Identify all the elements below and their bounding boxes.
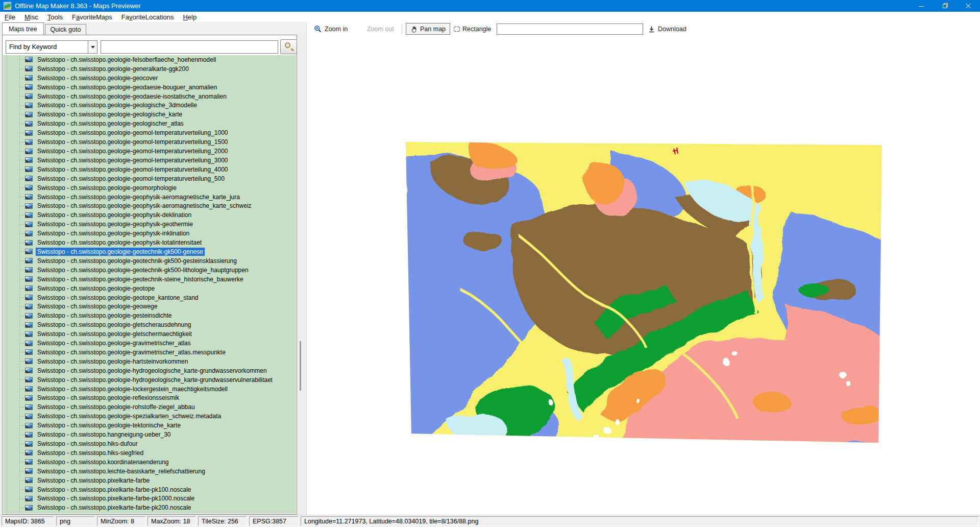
tab-maps-tree[interactable]: Maps tree [2, 22, 44, 35]
map-layer-row[interactable]: Swisstopo - ch.swisstopo.geologie-geotec… [3, 256, 296, 266]
map-layer-row[interactable]: Swisstopo - ch.swisstopo.pixelkarte-farb… [3, 476, 296, 485]
map-layer-row[interactable]: Swisstopo - ch.swisstopo.geologie-geomol… [3, 128, 296, 137]
map-layer-label: Swisstopo - ch.swisstopo.geologie-hartst… [36, 357, 189, 366]
map-layer-row[interactable]: Swisstopo - ch.swisstopo.geologie-geolog… [3, 110, 296, 119]
map-layer-row[interactable]: Swisstopo - ch.swisstopo.hiks-siegfried [3, 448, 296, 458]
map-layer-row[interactable]: Swisstopo - ch.swisstopo.geologie-geophy… [3, 202, 296, 211]
menu-item[interactable]: Help [178, 12, 201, 22]
tree-branch-line [19, 316, 25, 316]
map-layer-row[interactable]: Swisstopo - ch.swisstopo.geologie-locker… [3, 385, 296, 394]
search-button[interactable] [280, 39, 297, 54]
menu-item[interactable]: Misc [20, 12, 43, 22]
tree-scrollbar-thumb[interactable] [300, 341, 301, 391]
tree-branch-line [19, 471, 25, 471]
map-layer-row[interactable]: Swisstopo - ch.swisstopo.koordinatenaend… [3, 458, 296, 467]
map-layer-row[interactable]: Swisstopo - ch.swisstopo.geologie-genera… [3, 64, 296, 74]
map-layer-icon [25, 331, 33, 337]
map-layer-row[interactable]: Swisstopo - ch.swisstopo.geologie-geomol… [3, 174, 296, 183]
map-layer-row[interactable]: Swisstopo - ch.swisstopo.pixelkarte-farb… [3, 485, 296, 494]
tree-guide-line [19, 55, 20, 514]
map-layer-row[interactable]: Swisstopo - ch.swisstopo.geologie-spezia… [3, 412, 296, 421]
map-layer-row[interactable]: Swisstopo - ch.swisstopo.geologie-hartst… [3, 357, 296, 366]
map-layer-row[interactable]: Swisstopo - ch.swisstopo.geologie-geophy… [3, 229, 296, 238]
map-layer-row[interactable]: Swisstopo - ch.swisstopo.geologie-geomol… [3, 137, 296, 147]
tree-branch-line [19, 334, 25, 334]
tree-branch-line [19, 187, 25, 188]
map-layer-row[interactable]: Swisstopo - ch.swisstopo.geologie-geotec… [3, 266, 296, 275]
tree-branch-line [19, 233, 25, 234]
combo-drop-button[interactable] [88, 41, 97, 53]
minimize-button[interactable] [910, 0, 933, 12]
map-layer-icon [25, 505, 33, 511]
map-layer-row[interactable]: Swisstopo - ch.swisstopo.geologie-geomol… [3, 156, 296, 165]
tree-branch-line [19, 160, 25, 160]
map-layer-row[interactable]: Swisstopo - ch.swisstopo.geologie-geophy… [3, 238, 296, 247]
maps-tree-list[interactable]: Swisstopo - ch.swisstopo.geologie-felsob… [3, 55, 296, 514]
map-layer-row[interactable]: Swisstopo - ch.swisstopo.pixelkarte-farb… [3, 503, 296, 512]
tree-branch-line [19, 151, 25, 152]
map-layer-row[interactable]: Swisstopo - ch.swisstopo.geologie-geodae… [3, 83, 296, 92]
map-layer-row[interactable]: Swisstopo - ch.swisstopo.geologie-geotec… [3, 275, 296, 284]
map-layer-row[interactable]: Swisstopo - ch.swisstopo.pixelkarte-farb… [3, 494, 296, 504]
map-layer-row[interactable]: Swisstopo - ch.swisstopo.geologie-geolog… [3, 101, 296, 110]
map-layer-row[interactable]: Swisstopo - ch.swisstopo.geologie-gletsc… [3, 320, 296, 329]
map-layer-label: Swisstopo - ch.swisstopo.pixelkarte-farb… [36, 476, 151, 485]
toolbar-input[interactable] [497, 23, 643, 35]
map-preview[interactable] [398, 135, 888, 449]
pan-map-button[interactable]: Pan map [406, 23, 450, 35]
map-layer-row[interactable]: Swisstopo - ch.swisstopo.geologie-gravim… [3, 339, 296, 348]
map-layer-row[interactable]: Swisstopo - ch.swisstopo.leichte-basiska… [3, 467, 296, 476]
map-layer-label: Swisstopo - ch.swisstopo.geologie-geotec… [36, 257, 238, 265]
map-layer-row[interactable]: Swisstopo - ch.swisstopo.geologie-reflex… [3, 394, 296, 403]
tree-branch-line [19, 215, 25, 215]
rectangle-button[interactable]: Rectangle [454, 23, 491, 35]
map-layer-row[interactable]: Swisstopo - ch.swisstopo.geologie-geoweg… [3, 302, 296, 311]
map-layer-row[interactable]: Swisstopo - ch.swisstopo.geologie-gletsc… [3, 329, 296, 339]
map-layer-label: Swisstopo - ch.swisstopo.geologie-geotop… [36, 284, 156, 293]
window-title: Offline Map Maker 8.363 - Maps Previewer [15, 0, 141, 12]
tree-branch-line [19, 243, 25, 243]
map-layer-row[interactable]: Swisstopo - ch.swisstopo.geologie-hydrog… [3, 375, 296, 385]
map-layer-row[interactable]: Swisstopo - ch.swisstopo.geologie-gestei… [3, 311, 296, 320]
map-layer-row[interactable]: Swisstopo - ch.swisstopo.geologie-tekton… [3, 421, 296, 430]
map-layer-row[interactable]: Swisstopo - ch.swisstopo.geologie-geophy… [3, 210, 296, 220]
maps-tree-panel: Find by Keyword Swisstopo - ch.swisstopo… [2, 35, 297, 515]
map-layer-icon [25, 149, 33, 154]
map-layer-label: Swisstopo - ch.swisstopo.geologie-genera… [36, 65, 190, 73]
search-input[interactable] [101, 40, 278, 54]
map-layer-row[interactable]: Swisstopo - ch.swisstopo.geologie-geotop… [3, 284, 296, 293]
map-layer-label: Swisstopo - ch.swisstopo.geologie-geophy… [36, 229, 191, 237]
map-layer-icon [25, 139, 33, 145]
tree-branch-line [19, 142, 25, 142]
zoom-in-button[interactable]: Zoom in [314, 23, 348, 35]
map-layer-row[interactable]: Swisstopo - ch.swisstopo.geologie-felsob… [3, 55, 296, 64]
map-layer-row[interactable]: Swisstopo - ch.swisstopo.hangneigung-ueb… [3, 430, 296, 439]
map-layer-row[interactable]: Swisstopo - ch.swisstopo.geologie-geomol… [3, 147, 296, 156]
map-layer-row[interactable]: Swisstopo - ch.swisstopo.geologie-rohsto… [3, 402, 296, 412]
map-layer-row[interactable]: Swisstopo - ch.swisstopo.geologie-geotop… [3, 293, 296, 302]
menu-item[interactable]: File [0, 12, 20, 22]
map-layer-row[interactable]: Swisstopo - ch.swisstopo.geologie-geophy… [3, 220, 296, 229]
tree-branch-line [19, 379, 25, 380]
map-layer-row[interactable]: Swisstopo - ch.swisstopo.geologie-gravim… [3, 348, 296, 357]
map-layer-row[interactable]: Swisstopo - ch.swisstopo.geologie-geomol… [3, 165, 296, 174]
menu-item[interactable]: Tools [43, 12, 67, 22]
status-segment: png [56, 516, 95, 526]
map-layer-row[interactable]: Swisstopo - ch.swisstopo.geologie-geomor… [3, 183, 296, 193]
download-button[interactable]: Download [648, 23, 687, 35]
menu-item[interactable]: FavoriteMaps [67, 12, 117, 22]
map-layer-row[interactable]: Swisstopo - ch.swisstopo.geologie-geophy… [3, 193, 296, 202]
tree-branch-line [19, 78, 25, 78]
menu-item[interactable]: FavoriteLocations [117, 12, 179, 22]
map-layer-row[interactable]: Swisstopo - ch.swisstopo.hiks-dufour [3, 439, 296, 448]
map-layer-row[interactable]: Swisstopo - ch.swisstopo.geologie-geocov… [3, 74, 296, 83]
restore-button[interactable] [933, 0, 957, 12]
map-layer-row[interactable]: Swisstopo - ch.swisstopo.geologie-hydrog… [3, 366, 296, 375]
map-layer-row[interactable]: Swisstopo - ch.swisstopo.geologie-geotec… [3, 247, 296, 256]
map-layer-row[interactable]: Swisstopo - ch.swisstopo.geologie-geolog… [3, 119, 296, 128]
search-mode-select[interactable]: Find by Keyword [6, 40, 97, 54]
map-layer-row[interactable]: Swisstopo - ch.swisstopo.geologie-geodae… [3, 92, 296, 101]
tree-scrollbar[interactable] [297, 35, 306, 515]
tab-quick-goto[interactable]: Quick goto [45, 24, 87, 35]
close-button[interactable] [957, 0, 980, 12]
